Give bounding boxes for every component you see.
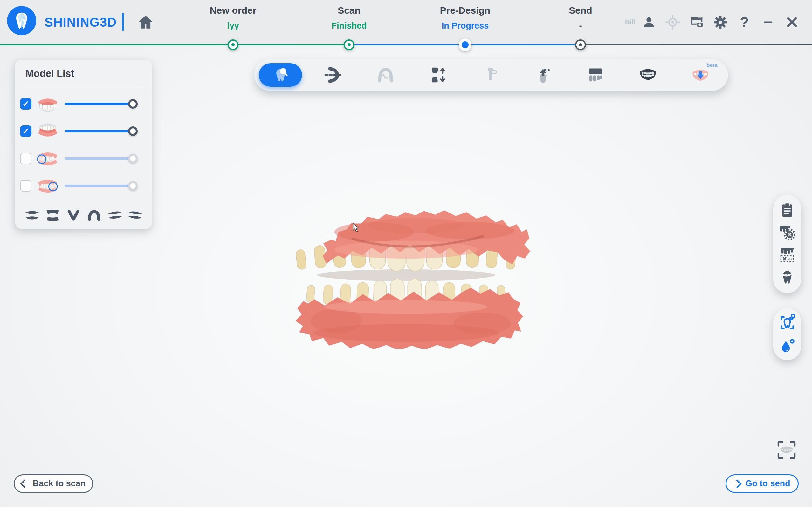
scan-tools-pill — [773, 195, 801, 293]
view-toggles-pill — [773, 308, 801, 360]
step-node-send[interactable] — [575, 39, 586, 50]
go-to-send-label: Go to send — [746, 479, 791, 489]
close-button[interactable] — [785, 15, 799, 30]
tool-ai-pre-design[interactable]: beta — [674, 59, 726, 91]
visibility-checkbox[interactable]: ✓ — [20, 98, 32, 110]
model-list-item-occlusion-left: ✓ — [15, 145, 152, 172]
occlusion-adjust-icon — [429, 66, 447, 84]
arch-cross-section-icon — [324, 66, 342, 84]
check-icon: ✓ — [22, 127, 29, 135]
tool-full-arch[interactable] — [621, 59, 674, 91]
trim-base-button[interactable] — [779, 246, 796, 264]
locate-button[interactable] — [665, 15, 680, 30]
step-status: In Progress — [414, 21, 516, 31]
workflow-step-scan[interactable]: Scan Finished — [298, 0, 400, 31]
step-label: Send — [530, 5, 631, 16]
help-button[interactable]: ? — [737, 15, 752, 30]
header-actions: Bill — [625, 0, 799, 44]
slider-handle[interactable] — [128, 154, 138, 163]
settings-button[interactable] — [713, 15, 728, 30]
model-list-item-occlusion-right: ✓ — [15, 172, 152, 200]
upper-arch-view-icon — [87, 209, 101, 222]
moisture-toggle[interactable] — [779, 337, 796, 354]
tool-die-preview[interactable] — [517, 59, 569, 91]
header-divider — [122, 13, 124, 31]
progress-segment-pending — [580, 44, 812, 45]
mouse-cursor — [352, 223, 360, 232]
workflow-step-send[interactable]: Send - — [530, 0, 631, 31]
right-view-icon — [128, 209, 143, 222]
tool-die-model[interactable] — [464, 59, 517, 91]
front-view-button[interactable] — [24, 208, 40, 222]
upper-arch-view-button[interactable] — [86, 208, 102, 222]
step-node-scan[interactable] — [344, 39, 354, 50]
order-info-button[interactable] — [779, 202, 796, 219]
lower-jaw-thumbnail[interactable] — [35, 122, 60, 141]
back-to-scan-label: Back to scan — [33, 479, 86, 489]
chevron-right-icon — [732, 479, 742, 488]
lower-arch-view-button[interactable] — [65, 208, 82, 222]
visibility-checkbox[interactable]: ✓ — [20, 180, 32, 191]
tool-tooth-inspect[interactable] — [254, 59, 307, 91]
tooth-logo-icon — [11, 10, 32, 31]
model-list-title: Model List — [26, 68, 74, 79]
minimize-button[interactable] — [761, 15, 775, 30]
model-list-rows: ✓ ✓ — [15, 90, 152, 200]
tool-margin-line[interactable]: 1 — [359, 59, 412, 91]
die-preview-icon — [534, 66, 552, 84]
texture-view-icon — [779, 314, 796, 332]
check-icon: ✓ — [22, 100, 29, 108]
visibility-checkbox[interactable]: ✓ — [20, 125, 32, 137]
margin-line-icon: 1 — [377, 66, 395, 84]
slider-handle[interactable] — [128, 126, 138, 136]
workflow-step-pre-design[interactable]: Pre-Design In Progress — [414, 0, 516, 31]
step-label: Pre-Design — [414, 5, 516, 16]
bite-view-icon — [45, 209, 61, 222]
workflow-step-new-order[interactable]: New order lyy — [182, 0, 284, 31]
screenshot-button[interactable] — [689, 15, 704, 30]
svg-text:1: 1 — [388, 75, 391, 80]
home-button[interactable] — [137, 13, 155, 31]
trim-base-icon — [779, 247, 795, 263]
tooth-repair-button[interactable] — [779, 269, 796, 286]
step-node-new-order[interactable] — [227, 39, 239, 50]
settings-icon — [713, 15, 728, 30]
right-view-button[interactable] — [127, 208, 144, 222]
step-status: - — [530, 21, 631, 31]
tool-arch-cross-section[interactable] — [307, 59, 359, 91]
occlusion-right-thumbnail[interactable] — [35, 176, 60, 195]
chevron-left-icon — [20, 479, 29, 488]
left-view-button[interactable] — [106, 208, 123, 222]
close-icon — [785, 15, 799, 29]
texture-view-toggle[interactable] — [779, 314, 796, 331]
die-model-icon — [482, 66, 500, 84]
slider-handle[interactable] — [128, 181, 138, 190]
go-to-send-button[interactable]: Go to send — [725, 474, 799, 493]
full-arch-icon — [639, 66, 657, 83]
upper-jaw-thumbnail[interactable] — [35, 94, 60, 113]
slider-handle[interactable] — [128, 99, 138, 109]
visibility-checkbox[interactable]: ✓ — [20, 153, 32, 164]
back-to-scan-button[interactable]: Back to scan — [14, 474, 93, 493]
step-label: Scan — [298, 5, 400, 16]
opacity-slider[interactable] — [64, 153, 136, 164]
step-node-pre-design[interactable] — [459, 39, 471, 51]
tool-occlusion-adjust[interactable] — [412, 59, 464, 91]
tooth-repair-icon — [779, 269, 795, 286]
remove-artifacts-button[interactable] — [779, 224, 796, 241]
step-status: lyy — [182, 21, 284, 31]
front-view-icon — [24, 209, 40, 222]
user-button[interactable] — [642, 15, 656, 30]
opacity-slider[interactable] — [64, 126, 136, 136]
left-view-icon — [107, 209, 123, 222]
app-logo — [7, 6, 36, 35]
occlusion-left-thumbnail[interactable] — [35, 149, 60, 168]
moisture-droplet-icon — [779, 337, 796, 354]
fit-to-view-icon — [776, 440, 797, 460]
opacity-slider[interactable] — [64, 99, 136, 109]
dental-scan-3d-model[interactable] — [279, 196, 533, 349]
bite-view-button[interactable] — [45, 208, 61, 222]
tool-model-base[interactable] — [569, 59, 621, 91]
opacity-slider[interactable] — [64, 180, 136, 191]
fit-to-view-button[interactable] — [776, 440, 797, 460]
